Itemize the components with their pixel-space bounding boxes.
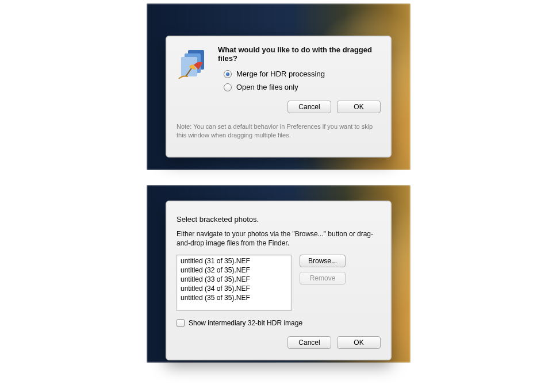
option-merge-hdr[interactable]: Merge for HDR processing — [224, 70, 381, 78]
list-item[interactable]: untitled (31 of 35).NEF — [177, 256, 291, 266]
radio-icon — [224, 83, 232, 91]
remove-button[interactable]: Remove — [300, 272, 346, 285]
browse-button[interactable]: Browse... — [300, 255, 346, 267]
radio-icon — [224, 70, 232, 78]
file-list[interactable]: untitled (31 of 35).NEF untitled (32 of … — [177, 255, 292, 311]
select-photos-dialog: Select bracketed photos. Either navigate… — [166, 201, 392, 360]
list-item[interactable]: untitled (34 of 35).NEF — [177, 284, 291, 293]
ok-button[interactable]: OK — [337, 101, 381, 113]
list-item[interactable]: untitled (33 of 35).NEF — [177, 275, 291, 284]
svg-rect-2 — [181, 57, 197, 76]
dialog-title: What would you like to do with the dragg… — [218, 45, 381, 63]
checkbox-label: Show intermediary 32-bit HDR image — [189, 319, 302, 327]
dialog-title: Select bracketed photos. — [177, 215, 381, 224]
radio-label: Open the files only — [236, 83, 298, 91]
option-open-only[interactable]: Open the files only — [224, 83, 381, 91]
list-item[interactable]: untitled (35 of 35).NEF — [177, 293, 291, 302]
dialog-description: Either navigate to your photos via the "… — [177, 229, 381, 248]
app-icon — [177, 47, 213, 83]
cancel-button[interactable]: Cancel — [287, 101, 331, 113]
list-item[interactable]: untitled (32 of 35).NEF — [177, 266, 291, 275]
ok-button[interactable]: OK — [337, 336, 381, 349]
checkbox-icon — [177, 319, 185, 327]
drag-action-dialog: What would you like to do with the dragg… — [166, 36, 392, 157]
show-intermediary-checkbox[interactable]: Show intermediary 32-bit HDR image — [177, 319, 381, 327]
preferences-note: Note: You can set a default behavior in … — [177, 122, 381, 140]
radio-label: Merge for HDR processing — [236, 70, 325, 78]
cancel-button[interactable]: Cancel — [287, 336, 331, 349]
